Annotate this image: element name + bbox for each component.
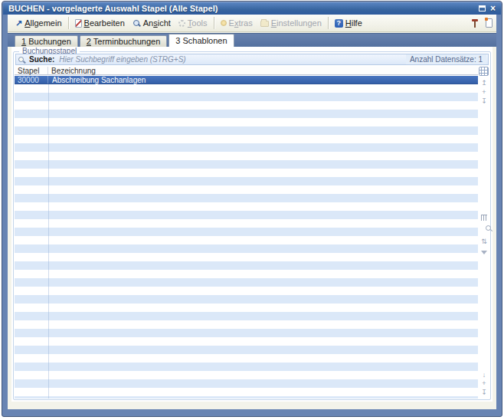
- ansicht-button[interactable]: Ansicht: [129, 17, 175, 29]
- tools-label: Tools: [188, 18, 208, 28]
- toolbar-separator: [68, 17, 69, 29]
- tab-page: Buchungsstapel Suche: Hier Suchbegriff e…: [11, 47, 493, 402]
- table-header: Stapel Bezeichnung: [15, 67, 478, 75]
- zoom-search-icon[interactable]: [479, 225, 489, 232]
- sort-icon[interactable]: ⇅: [479, 238, 489, 245]
- search-bar[interactable]: Suche: Hier Suchbegriff eingeben (STRG+S…: [15, 54, 489, 65]
- arrow-up-right-icon: ↗: [15, 19, 22, 27]
- table-body: 30000 Abschreibung Sachanlagen: [15, 76, 478, 399]
- window-title: BUCHEN - vorgelagerte Auswahl Stapel (Al…: [8, 4, 218, 13]
- column-divider: [48, 76, 49, 399]
- tab-schablonen[interactable]: 3 Schablonen: [169, 34, 234, 47]
- tab-terminbuchungen[interactable]: 2 Terminbuchungen: [80, 35, 167, 47]
- new-document-icon[interactable]: [486, 18, 493, 28]
- extras-label: Extras: [229, 18, 253, 28]
- gear-icon: [178, 20, 185, 27]
- bulb-icon: [221, 20, 227, 26]
- buchungsstapel-groupbox: Buchungsstapel Suche: Hier Suchbegriff e…: [13, 51, 491, 400]
- hilfe-button[interactable]: ? Hilfe: [331, 17, 366, 29]
- filter-icon[interactable]: [481, 251, 487, 254]
- window-body: ↗ Allgemein Bearbeiten Ansicht Tools Ext…: [8, 15, 496, 409]
- export-grid-icon[interactable]: [479, 67, 489, 76]
- search-icon: [18, 55, 26, 64]
- einstellungen-button: Einstellungen: [257, 17, 326, 29]
- hilfe-label: Hilfe: [345, 18, 362, 28]
- center-icon[interactable]: +: [479, 379, 489, 387]
- cell-stapel: 30000: [15, 76, 48, 84]
- app-window: BUCHEN - vorgelagerte Auswahl Stapel (Al…: [2, 1, 502, 417]
- bearbeiten-button[interactable]: Bearbeiten: [71, 17, 129, 29]
- tab-buchungen[interactable]: 1 Buchungen: [15, 35, 78, 47]
- jump-to-last-icon[interactable]: ↧: [479, 389, 489, 396]
- scroll-to-bottom-icon[interactable]: ↧: [479, 97, 489, 105]
- table-row[interactable]: 30000 Abschreibung Sachanlagen: [15, 76, 478, 84]
- columns-icon[interactable]: [481, 215, 487, 221]
- table-side-rail: ↥ + ↧ ⇅ ↓ + ↧: [479, 67, 489, 399]
- stapel-table: Stapel Bezeichnung 30000 Abschreibung Sa…: [15, 67, 478, 399]
- scroll-down-icon[interactable]: ↓: [479, 371, 489, 379]
- close-icon[interactable]: ×: [490, 5, 496, 12]
- restore-window-icon[interactable]: [479, 5, 486, 11]
- extras-button: Extras: [217, 17, 257, 29]
- search-label: Suche:: [29, 55, 54, 64]
- allgemein-button[interactable]: ↗ Allgemein: [11, 17, 66, 29]
- tab-strip: 1 Buchungen 2 Terminbuchungen 3 Schablon…: [8, 33, 496, 47]
- center-selection-icon[interactable]: +: [479, 88, 489, 96]
- titlebar[interactable]: BUCHEN - vorgelagerte Auswahl Stapel (Al…: [3, 2, 501, 15]
- help-icon: ?: [335, 19, 343, 28]
- hammer-tool-icon[interactable]: [471, 18, 479, 28]
- einstellungen-label: Einstellungen: [271, 18, 322, 28]
- bearbeiten-label: Bearbeiten: [84, 18, 125, 28]
- edit-page-icon: [75, 19, 82, 28]
- search-input[interactable]: Hier Suchbegriff eingeben (STRG+S): [59, 55, 406, 64]
- magnifier-icon: [133, 19, 141, 28]
- record-count: Anzahl Datensätze: 1: [406, 54, 486, 64]
- toolbar-separator: [328, 17, 329, 29]
- column-header-stapel[interactable]: Stapel: [15, 67, 48, 74]
- allgemein-label: Allgemein: [25, 18, 61, 28]
- main-toolbar: ↗ Allgemein Bearbeiten Ansicht Tools Ext…: [8, 15, 496, 32]
- scroll-to-top-icon[interactable]: ↥: [479, 79, 489, 87]
- cell-bezeichnung: Abschreibung Sachanlagen: [48, 76, 478, 84]
- column-header-bezeichnung[interactable]: Bezeichnung: [48, 67, 478, 74]
- toolbar-separator: [214, 17, 214, 29]
- tools-button: Tools: [175, 17, 211, 29]
- ansicht-label: Ansicht: [143, 18, 171, 28]
- folder-icon: [260, 21, 269, 27]
